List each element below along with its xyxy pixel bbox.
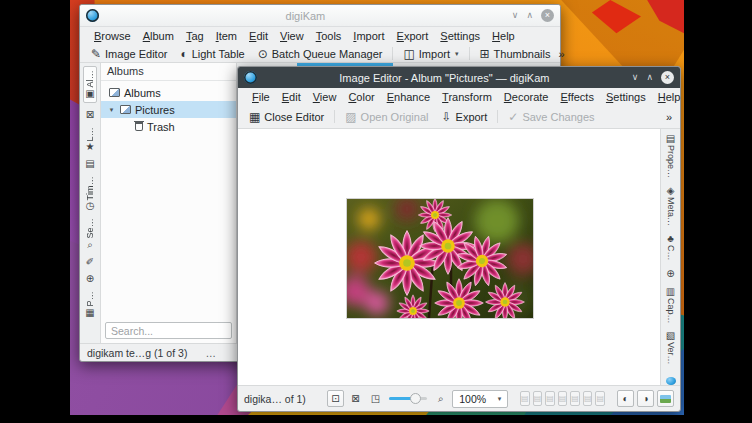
maximize-icon[interactable]: ∧ [526,11,533,20]
menu-color[interactable]: Color [342,91,380,103]
editor-titlebar[interactable]: Image Editor - Album "Pictures" — digiKa… [238,67,680,88]
menu-settings[interactable]: Settings [600,91,652,103]
close-icon[interactable]: × [661,71,674,84]
digikam-logo-icon [244,71,257,84]
albums-panel: Albums Albums ▾ Pictures Trash [101,63,237,343]
disabled-tool-button[interactable]: ▤ [545,391,555,406]
chevron-down-icon: ▾ [455,50,459,58]
close-editor-button[interactable]: ▦ Close Editor [244,110,329,124]
sidebar-tab-tags[interactable]: ⊠ [86,110,94,120]
minimize-icon[interactable]: ∨ [632,73,639,82]
tree-item-pictures[interactable]: ▾ Pictures [101,101,236,118]
sidebar-tab-similarity[interactable]: ✐ [86,257,94,267]
tree-item-trash[interactable]: Trash [101,118,236,135]
import-button[interactable]: ◫ Import ▾ [398,47,463,61]
editor-toolbar: ▦ Close Editor ▨ Open Original ⇩ Export … [238,105,680,129]
maximize-icon[interactable]: ∧ [646,73,653,82]
tree-item-albums[interactable]: Albums [101,84,236,101]
zoom-actual-size-button[interactable]: ◳ [367,390,384,407]
fit-selection-button[interactable]: ⊡ [327,390,344,407]
timeline-tab-label: Tim… [85,176,95,200]
grid-icon: ▦ [249,111,260,123]
menu-import[interactable]: Import [347,30,390,42]
properties-tab-label: Prope… [666,145,676,178]
main-titlebar[interactable]: digiKam ∨ ∧ × [80,5,560,27]
right-tab-versions[interactable]: ▧ Ver… [666,331,676,365]
menu-export[interactable]: Export [391,30,435,42]
right-tab-properties[interactable]: ▤ Prope… [666,134,676,178]
fit-window-button[interactable]: ⊠ [347,390,364,407]
search-tab-label: Se… [85,218,95,239]
right-tab-map[interactable]: ⊕ [666,269,674,279]
disabled-tool-button[interactable]: ▤ [595,391,605,406]
image-editor-button[interactable]: ✎ Image Editor [86,47,172,61]
menu-edit[interactable]: Edit [276,91,307,103]
chevron-down-icon[interactable]: ▾ [107,106,116,114]
people-tab-label: P… [85,291,95,306]
zoom-slider[interactable] [389,390,427,407]
menu-decorate[interactable]: Decorate [498,91,555,103]
export-button[interactable]: ⇩ Export [436,110,492,124]
close-icon[interactable]: × [541,9,554,22]
minimize-icon[interactable]: ∨ [512,11,519,20]
menu-edit[interactable]: Edit [243,30,274,42]
sidebar-tab-map[interactable]: ⊕ [86,274,94,284]
menu-browse[interactable]: Browse [88,30,137,42]
disabled-tool-button[interactable]: ▤ [583,391,593,406]
sidebar-tab-search[interactable]: Se… ⌕ [85,218,95,250]
disabled-tool-button[interactable]: ▤ [570,391,580,406]
menu-item[interactable]: Item [210,30,243,42]
pencil-icon: ✎ [91,48,101,60]
disabled-tool-button[interactable]: ▤ [533,391,543,406]
batch-queue-manager-button[interactable]: ⊙ Batch Queue Manager [253,47,388,61]
menu-tools[interactable]: Tools [310,30,348,42]
sidebar-tab-dates[interactable]: ▤ [85,159,94,169]
search-input[interactable] [105,322,232,339]
menu-tag[interactable]: Tag [180,30,210,42]
open-original-button[interactable]: ▨ Open Original [340,110,433,124]
toolbar-overflow-chevron[interactable]: » [558,48,566,60]
status-text: digikam te…g (1 of 3) [87,347,187,359]
light-table-label: Light Table [192,48,245,60]
underexposure-indicator-button[interactable]: ◐ [617,390,634,407]
disabled-tool-button[interactable]: ▤ [558,391,568,406]
album-image-icon [120,105,131,114]
chevron-down-icon: ▾ [492,395,507,403]
zoom-slider-handle[interactable] [410,393,421,404]
menu-view[interactable]: View [274,30,310,42]
menu-file[interactable]: File [246,91,276,103]
save-changes-button[interactable]: ✓ Save Changes [503,110,599,124]
albums-tab-label: Al… [85,70,95,88]
menu-transform[interactable]: Transform [436,91,498,103]
properties-icon: ▤ [666,134,675,144]
overexposure-indicator-button[interactable]: ◑ [637,390,654,407]
menu-enhance[interactable]: Enhance [381,91,436,103]
right-tab-captions[interactable]: ▥ Cap… [666,287,676,324]
sidebar-tab-people[interactable]: P… ▦ [85,291,95,317]
digikam-logo-icon [86,9,99,22]
color-managed-view-button[interactable] [657,390,674,407]
thumbnails-button[interactable]: ⊞ Thumbnails [475,47,556,61]
wand-icon: ✐ [86,257,94,267]
right-tab-metadata[interactable]: ◈ Meta… [666,186,676,226]
sidebar-tab-albums[interactable]: Al… ▣ [83,66,97,103]
menu-effects[interactable]: Effects [554,91,599,103]
menu-album[interactable]: Album [137,30,180,42]
albums-tree: Albums ▾ Pictures Trash [101,81,236,318]
menu-settings[interactable]: Settings [434,30,486,42]
sidebar-tab-timeline[interactable]: Tim… ◷ [85,176,95,211]
disabled-tool-button[interactable]: ▤ [520,391,530,406]
light-table-button[interactable]: ◐ Light Table [175,47,249,61]
thumbnails-label: Thumbnails [494,48,551,60]
main-window-title: digiKam [99,10,512,22]
menu-help[interactable]: Help [652,91,687,103]
colors-tab-label: C… [666,245,676,261]
toolbar-overflow-chevron[interactable]: » [666,111,674,123]
right-tab-colors[interactable]: ♣ C… [666,234,676,261]
versions-tab-label: Ver… [666,342,676,365]
sidebar-tab-labels[interactable]: L… ★ [85,127,95,152]
zoom-level-combobox[interactable]: 100% ▾ [452,390,508,408]
menu-help[interactable]: Help [486,30,521,42]
menu-view[interactable]: View [307,91,343,103]
import-label: Import [419,48,450,60]
